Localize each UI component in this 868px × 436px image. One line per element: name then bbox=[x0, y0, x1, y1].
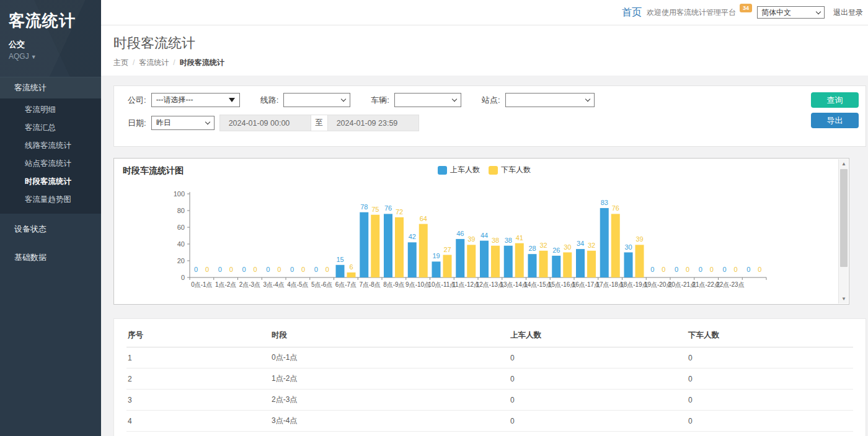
sidebar-item-客流明细[interactable]: 客流明细 bbox=[0, 101, 101, 119]
svg-text:0: 0 bbox=[314, 266, 318, 273]
sidebar-item-站点客流统计[interactable]: 站点客流统计 bbox=[0, 155, 101, 173]
svg-text:0: 0 bbox=[650, 266, 654, 273]
table-cell: 4 bbox=[126, 411, 270, 432]
chart-legend: 上车人数下车人数 bbox=[438, 165, 539, 175]
line-select[interactable] bbox=[283, 93, 350, 107]
date-preset-select[interactable]: 昨日 bbox=[151, 116, 215, 130]
sidebar-section-客流统计[interactable]: 客流统计 bbox=[0, 77, 101, 98]
chevron-down-icon bbox=[205, 120, 210, 124]
date-preset-value: 昨日 bbox=[156, 118, 171, 128]
company-select[interactable]: ---请选择--- bbox=[151, 93, 240, 107]
sidebar-section-基础数据[interactable]: 基础数据 bbox=[0, 245, 101, 271]
breadcrumb-item[interactable]: 客流统计 bbox=[139, 58, 169, 67]
logout-link[interactable]: 退出登录 bbox=[833, 7, 863, 18]
svg-text:34: 34 bbox=[577, 240, 584, 247]
table-cell: 2点-3点 bbox=[270, 390, 509, 411]
station-select[interactable] bbox=[505, 93, 595, 107]
legend-swatch bbox=[438, 166, 447, 175]
date-range-group: 2024-01-09 00:00 至 2024-01-09 23:59 bbox=[219, 115, 419, 131]
table-cell: 0 bbox=[509, 390, 687, 411]
chart-title: 时段车流统计图 bbox=[123, 165, 184, 177]
svg-text:76: 76 bbox=[384, 204, 392, 212]
chevron-down-icon: ▼ bbox=[31, 54, 37, 60]
breadcrumb-item[interactable]: 主页 bbox=[113, 58, 128, 67]
bar-chart: 0204060801000000001578764219464438282634… bbox=[114, 177, 833, 301]
svg-text:30: 30 bbox=[624, 243, 632, 251]
sidebar-item-线路客流统计[interactable]: 线路客流统计 bbox=[0, 137, 101, 155]
sidebar-item-时段客流统计[interactable]: 时段客流统计 bbox=[0, 173, 101, 191]
svg-text:3点-4点: 3点-4点 bbox=[263, 281, 284, 288]
svg-text:78: 78 bbox=[360, 203, 368, 211]
svg-text:5点-6点: 5点-6点 bbox=[311, 281, 332, 288]
query-button[interactable]: 查询 bbox=[811, 92, 859, 108]
svg-text:38: 38 bbox=[505, 237, 512, 244]
scrollbar-thumb[interactable] bbox=[840, 169, 848, 267]
table-row: 10点-1点00 bbox=[126, 347, 853, 368]
vehicle-select[interactable] bbox=[394, 93, 461, 107]
home-link[interactable]: 首页 bbox=[622, 6, 642, 19]
date-label: 日期: bbox=[128, 118, 146, 129]
svg-text:0: 0 bbox=[181, 274, 185, 281]
table-cell: 0 bbox=[687, 432, 853, 436]
sidebar-section-设备状态[interactable]: 设备状态 bbox=[0, 216, 101, 242]
date-end-input[interactable]: 2024-01-09 23:59 bbox=[327, 115, 419, 131]
svg-text:0: 0 bbox=[758, 266, 761, 273]
legend-swatch bbox=[489, 166, 498, 175]
page-head: 时段客流统计 主页/客流统计/时段客流统计 bbox=[101, 25, 868, 76]
table-cell: 0 bbox=[687, 411, 853, 432]
scroll-up-icon[interactable]: ▲ bbox=[839, 159, 849, 168]
org-switcher[interactable]: AQGJ▼ bbox=[9, 52, 92, 61]
content: 公司: ---请选择--- 线路: 车辆: 站点: bbox=[101, 76, 868, 436]
breadcrumb-item: 时段客流统计 bbox=[180, 58, 224, 67]
language-select[interactable]: 简体中文 bbox=[757, 6, 825, 19]
export-button[interactable]: 导出 bbox=[811, 113, 859, 128]
table-header-row: 序号时段上车人数下车人数 bbox=[126, 323, 853, 347]
breadcrumb-separator: / bbox=[173, 58, 175, 67]
svg-text:32: 32 bbox=[539, 242, 547, 249]
breadcrumb-separator: / bbox=[133, 58, 135, 67]
sidebar-item-客流汇总[interactable]: 客流汇总 bbox=[0, 119, 101, 137]
date-start-input[interactable]: 2024-01-09 00:00 bbox=[219, 115, 311, 131]
svg-text:39: 39 bbox=[467, 235, 475, 243]
svg-text:60: 60 bbox=[177, 224, 185, 231]
dropdown-arrow-icon bbox=[229, 98, 235, 102]
table-cell: 0 bbox=[509, 347, 687, 368]
svg-text:0: 0 bbox=[242, 266, 246, 273]
svg-text:6: 6 bbox=[349, 263, 353, 271]
chart-scrollbar[interactable]: ▲ ▼ bbox=[838, 159, 848, 303]
chevron-down-icon bbox=[341, 97, 346, 102]
svg-text:0: 0 bbox=[722, 266, 726, 273]
svg-text:0: 0 bbox=[229, 266, 233, 273]
table-header-下车人数: 下车人数 bbox=[687, 323, 853, 347]
table-header-序号: 序号 bbox=[126, 323, 270, 347]
notification-badge[interactable]: 34 bbox=[740, 4, 752, 12]
breadcrumb: 主页/客流统计/时段客流统计 bbox=[113, 58, 856, 68]
svg-text:75: 75 bbox=[371, 206, 379, 213]
svg-text:41: 41 bbox=[516, 234, 523, 242]
svg-text:0: 0 bbox=[699, 266, 702, 273]
filter-row-2: 日期: 昨日 2024-01-09 00:00 至 2024-01-09 23:… bbox=[128, 115, 852, 131]
filter-panel: 公司: ---请选择--- 线路: 车辆: 站点: bbox=[113, 85, 866, 147]
table-cell: 0 bbox=[509, 411, 687, 432]
company-value: ---请选择--- bbox=[156, 95, 193, 105]
svg-text:0: 0 bbox=[675, 266, 678, 273]
sidebar-item-客流量趋势图[interactable]: 客流量趋势图 bbox=[0, 191, 101, 209]
svg-text:0: 0 bbox=[662, 266, 665, 273]
scroll-down-icon[interactable]: ▼ bbox=[839, 294, 849, 303]
language-value: 简体中文 bbox=[761, 7, 791, 18]
station-label: 站点: bbox=[482, 95, 500, 106]
svg-text:46: 46 bbox=[456, 230, 464, 237]
svg-text:15: 15 bbox=[336, 256, 343, 263]
table-cell: 2 bbox=[126, 368, 270, 390]
legend-item-上车人数[interactable]: 上车人数 bbox=[438, 165, 480, 175]
table-cell: 0 bbox=[687, 347, 853, 368]
vehicle-label: 车辆: bbox=[371, 95, 389, 106]
legend-item-下车人数[interactable]: 下车人数 bbox=[489, 165, 531, 175]
svg-text:80: 80 bbox=[177, 207, 185, 214]
svg-text:7点-8点: 7点-8点 bbox=[359, 281, 380, 288]
table-cell: 3点-4点 bbox=[270, 411, 509, 432]
chevron-down-icon bbox=[816, 9, 821, 14]
svg-text:100: 100 bbox=[174, 190, 185, 198]
sidebar: 客流统计 公交 AQGJ▼ 客流统计客流明细客流汇总线路客流统计站点客流统计时段… bbox=[0, 0, 101, 436]
table-cell: 0点-1点 bbox=[270, 347, 509, 368]
